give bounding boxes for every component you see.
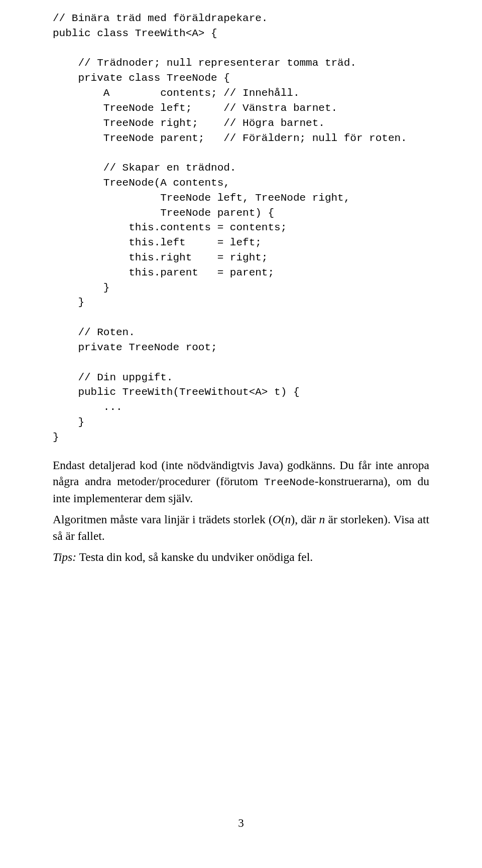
text: Algoritmen måste vara linjär i trädets s… — [53, 513, 273, 526]
code-line: TreeNode left, TreeNode right, — [53, 192, 350, 204]
code-line: private class TreeNode { — [53, 72, 230, 84]
paragraph-3: Tips: Testa din kod, så kanske du undvik… — [53, 549, 429, 565]
code-line: this.left = left; — [53, 237, 262, 248]
code-line: this.contents = contents; — [53, 222, 287, 233]
code-line: } — [53, 431, 59, 443]
code-line: this.right = right; — [53, 252, 268, 263]
code-line: TreeNode parent) { — [53, 207, 274, 219]
code-line: } — [53, 297, 84, 308]
math-var: n — [319, 513, 325, 526]
code-line: TreeNode parent; // Föräldern; null för … — [53, 132, 407, 144]
code-line: // Roten. — [53, 327, 135, 338]
page-number: 3 — [0, 817, 482, 830]
code-listing: // Binära träd med föräldrapekare. publi… — [53, 11, 429, 445]
code-line: TreeNode left; // Vänstra barnet. — [53, 102, 337, 114]
math-var: n — [285, 513, 291, 526]
paragraph-1: Endast detaljerad kod (inte nödvändigtvi… — [53, 457, 429, 507]
code-line: // Skapar en trädnod. — [53, 162, 236, 174]
code-line: TreeNode(A contents, — [53, 177, 230, 189]
page-content: // Binära träd med föräldrapekare. publi… — [0, 0, 482, 565]
code-line: public class TreeWith<A> { — [53, 28, 217, 39]
code-line: // Din uppgift. — [53, 372, 173, 383]
code-line: // Binära träd med föräldrapekare. — [53, 13, 268, 24]
code-line: A contents; // Innehåll. — [53, 87, 299, 99]
code-line: } — [53, 282, 109, 294]
inline-code: TreeNode — [264, 477, 315, 488]
code-line: public TreeWith(TreeWithout<A> t) { — [53, 386, 299, 398]
code-line: ... — [53, 401, 123, 413]
text: ), där — [291, 513, 319, 526]
text: Testa din kod, så kanske du undviker onö… — [76, 550, 313, 563]
math-var: O — [273, 513, 281, 526]
code-line: // Trädnoder; null representerar tomma t… — [53, 57, 356, 69]
code-line: } — [53, 416, 84, 428]
code-line: this.parent = parent; — [53, 267, 274, 278]
code-line: TreeNode right; // Högra barnet. — [53, 117, 325, 129]
hint-label: Tips: — [53, 550, 76, 563]
prose-body: Endast detaljerad kod (inte nödvändigtvi… — [53, 457, 429, 565]
text: ( — [281, 513, 285, 526]
paragraph-2: Algoritmen måste vara linjär i trädets s… — [53, 511, 429, 544]
code-line: private TreeNode root; — [53, 342, 217, 353]
